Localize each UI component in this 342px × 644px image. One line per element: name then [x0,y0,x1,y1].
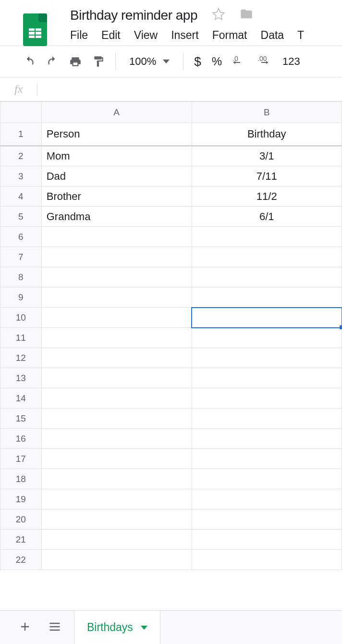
row-header[interactable]: 7 [0,247,42,267]
menubar: File Edit View Insert Format Data T [70,25,335,46]
row-header[interactable]: 5 [0,207,42,227]
cell[interactable] [41,489,192,509]
cell[interactable] [41,247,192,267]
cell[interactable] [41,388,192,409]
row-header[interactable]: 15 [0,409,42,429]
row-header[interactable]: 2 [0,146,42,166]
cell[interactable] [41,509,192,530]
menu-more[interactable]: T [297,29,304,42]
formula-bar: fx [0,77,342,101]
row-header[interactable]: 1 [0,123,42,146]
row-header[interactable]: 12 [0,348,42,368]
cell-b10-selected[interactable] [192,308,342,328]
cell[interactable] [41,449,192,469]
redo-icon[interactable] [46,55,59,68]
cell[interactable] [41,469,192,489]
menu-view[interactable]: View [134,29,158,42]
cell[interactable] [41,409,192,429]
cell[interactable] [192,348,342,368]
format-percent-icon[interactable]: % [212,55,222,68]
cell-b4[interactable]: 11/2 [192,186,342,207]
zoom-dropdown[interactable]: 100% [126,55,172,68]
row-header[interactable]: 22 [0,550,42,570]
cell[interactable] [41,267,192,287]
sheet-bar: Birthdays [0,610,342,644]
cell[interactable] [41,368,192,388]
column-header-b[interactable]: B [192,102,342,123]
cell[interactable] [192,489,342,509]
paint-format-icon[interactable] [92,55,105,68]
cell[interactable] [41,308,192,328]
cell-b1[interactable]: Birthday [192,123,342,146]
cell[interactable] [41,530,192,550]
row-header[interactable]: 10 [0,308,42,328]
cell[interactable] [41,227,192,247]
cell[interactable] [192,388,342,409]
cell[interactable] [41,429,192,449]
menu-data[interactable]: Data [261,29,284,42]
cell-a5[interactable]: Grandma [41,207,192,227]
menu-insert[interactable]: Insert [171,29,199,42]
chevron-down-icon [141,624,147,631]
document-title[interactable]: Birthday reminder app [70,5,197,25]
menu-file[interactable]: File [70,29,88,42]
cell[interactable] [192,530,342,550]
row-header[interactable]: 6 [0,227,42,247]
increase-decimal-icon[interactable]: .00 [257,55,272,68]
spreadsheet-grid[interactable]: A B 1PersonBirthday 2Mom3/1 3Dad7/11 4Br… [0,101,342,610]
cell[interactable] [192,368,342,388]
row-header[interactable]: 3 [0,166,42,186]
cell[interactable] [41,348,192,368]
cell-a4[interactable]: Brother [41,186,192,207]
cell-b2[interactable]: 3/1 [192,146,342,166]
row-header[interactable]: 14 [0,388,42,409]
cell[interactable] [192,328,342,348]
row-header[interactable]: 17 [0,449,42,469]
undo-icon[interactable] [23,55,36,68]
star-icon[interactable] [212,7,225,23]
row-header[interactable]: 11 [0,328,42,348]
row-header[interactable]: 13 [0,368,42,388]
row-header[interactable]: 4 [0,186,42,207]
cell[interactable] [192,550,342,570]
cell[interactable] [41,550,192,570]
cell-a2[interactable]: Mom [41,146,192,166]
print-icon[interactable] [69,55,82,68]
column-header-a[interactable]: A [41,102,192,123]
row-header[interactable]: 20 [0,509,42,530]
folder-icon[interactable] [240,7,253,23]
cell[interactable] [41,287,192,308]
row-header[interactable]: 19 [0,489,42,509]
cell-a3[interactable]: Dad [41,166,192,186]
menu-edit[interactable]: Edit [101,29,121,42]
select-all-corner[interactable] [0,102,42,123]
cell[interactable] [192,267,342,287]
sheet-tab-birthdays[interactable]: Birthdays [74,610,160,644]
cell[interactable] [192,449,342,469]
all-sheets-icon[interactable] [44,616,65,639]
cell-b5[interactable]: 6/1 [192,207,342,227]
format-auto-icon[interactable]: 123 [282,55,300,68]
cell-b3[interactable]: 7/11 [192,166,342,186]
cell[interactable] [192,287,342,308]
cell[interactable] [192,429,342,449]
cell[interactable] [192,247,342,267]
formula-input[interactable] [37,84,328,95]
menu-format[interactable]: Format [212,29,247,42]
cell[interactable] [192,227,342,247]
svg-text:.00: .00 [257,55,267,62]
row-header[interactable]: 21 [0,530,42,550]
cell[interactable] [41,328,192,348]
row-header[interactable]: 16 [0,429,42,449]
add-sheet-icon[interactable] [14,616,36,639]
cell-a1[interactable]: Person [41,123,192,146]
cell[interactable] [192,509,342,530]
fx-icon: fx [14,83,23,96]
format-currency-icon[interactable]: $ [194,54,201,69]
cell[interactable] [192,469,342,489]
row-header[interactable]: 18 [0,469,42,489]
row-header[interactable]: 9 [0,287,42,308]
cell[interactable] [192,409,342,429]
row-header[interactable]: 8 [0,267,42,287]
decrease-decimal-icon[interactable]: .0 [232,55,247,68]
